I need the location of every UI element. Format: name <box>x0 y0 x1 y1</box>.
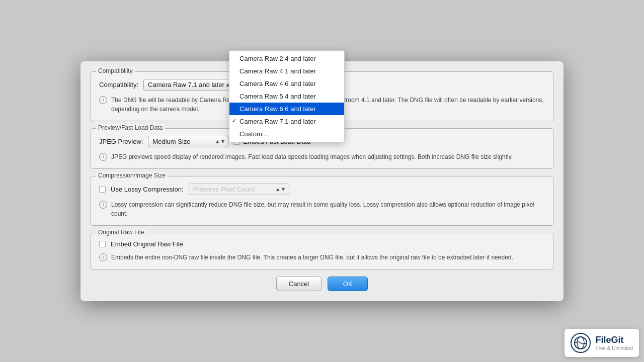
compatibility-dropdown: Camera Raw 2.4 and laterCamera Raw 4.1 a… <box>229 50 345 142</box>
compatibility-select-wrapper: Camera Raw 7.1 and later ▲▼ <box>143 79 239 90</box>
info-icon-compression: i <box>99 201 107 209</box>
dropdown-item[interactable]: Camera Raw 7.1 and later <box>229 115 344 128</box>
compatibility-section-title: Compatibility <box>96 67 135 74</box>
preview-info-text: JPEG previews speed display of rendered … <box>111 152 513 161</box>
original-row: Embed Original Raw File <box>99 240 545 248</box>
filegit-text: FileGit Free & Unlimited <box>596 335 633 351</box>
cancel-button[interactable]: Cancel <box>276 277 321 291</box>
preview-info: i JPEG previews speed display of rendere… <box>99 152 545 161</box>
embed-original-checkbox[interactable] <box>99 241 106 247</box>
dropdown-item[interactable]: Camera Raw 6.6 and later <box>229 103 344 115</box>
dropdown-item[interactable]: Custom... <box>229 128 344 140</box>
compression-section-title: Compression/Image Size <box>96 172 168 179</box>
ok-button[interactable]: OK <box>328 277 368 291</box>
pixel-count-select[interactable]: Preserve Pixel Count <box>189 184 289 195</box>
dropdown-item[interactable]: Camera Raw 5.4 and later <box>229 90 344 103</box>
compression-info: i Lossy compression can significantly re… <box>99 200 545 218</box>
original-section-title: Original Raw File <box>96 229 146 236</box>
filegit-icon <box>571 333 591 353</box>
info-icon-preview: i <box>99 153 107 161</box>
original-section: Original Raw File Embed Original Raw Fil… <box>91 233 553 269</box>
preview-section-title: Preview/Fast Load Data <box>96 124 165 131</box>
original-info: i Embeds the entire non-DNG raw file ins… <box>99 253 545 262</box>
compression-section: Compression/Image Size Use Lossy Compres… <box>91 176 553 226</box>
original-info-text: Embeds the entire non-DNG raw file insid… <box>111 253 513 262</box>
filegit-badge: FileGit Free & Unlimited <box>565 329 639 357</box>
dropdown-item[interactable]: Camera Raw 4.6 and later <box>229 77 344 90</box>
info-icon-original: i <box>99 253 107 261</box>
compatibility-select[interactable]: Camera Raw 7.1 and later <box>143 79 239 90</box>
filegit-logo-icon <box>574 336 588 350</box>
filegit-name: FileGit <box>596 335 633 345</box>
compression-info-text: Lossy compression can significantly redu… <box>111 200 545 218</box>
filegit-sub: Free & Unlimited <box>596 345 633 351</box>
embed-original-label: Embed Original Raw File <box>111 240 183 248</box>
jpeg-select-wrapper: Medium Size ▲▼ <box>148 136 228 147</box>
compatibility-label: Compatibility: <box>99 81 138 88</box>
dropdown-item[interactable]: Camera Raw 4.1 and later <box>229 65 344 77</box>
lossy-compression-checkbox[interactable] <box>99 186 106 193</box>
pixel-count-select-wrapper: Preserve Pixel Count ▲▼ <box>189 184 289 195</box>
lossy-compression-label: Use Lossy Compression: <box>111 186 184 193</box>
jpeg-preview-select[interactable]: Medium Size <box>148 136 228 147</box>
dropdown-item[interactable]: Camera Raw 2.4 and later <box>229 52 344 65</box>
jpeg-preview-label: JPEG Preview: <box>99 138 143 145</box>
info-icon-compatibility: i <box>99 96 107 104</box>
dialog-buttons: Cancel OK <box>91 277 553 291</box>
compression-row: Use Lossy Compression: Preserve Pixel Co… <box>99 184 545 195</box>
